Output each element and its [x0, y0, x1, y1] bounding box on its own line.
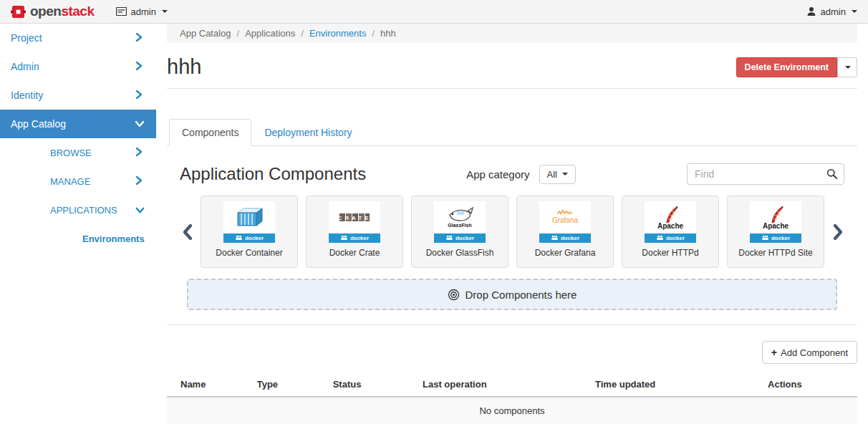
- docker-label: docker: [561, 235, 579, 241]
- find-search-box: [687, 163, 844, 185]
- chevron-down-icon: [852, 10, 857, 13]
- chevron-right-icon: [136, 90, 142, 101]
- plus-icon: [771, 347, 777, 358]
- tab-components[interactable]: Components: [169, 119, 251, 146]
- column-header-type: Type: [250, 372, 326, 397]
- docker-crate-logo: CRATE docker: [329, 201, 380, 243]
- component-card-label: Docker Container: [216, 248, 282, 258]
- sidebar-item-admin[interactable]: Admin: [0, 52, 156, 81]
- docker-label: docker: [245, 235, 264, 241]
- docker-whale-icon: [445, 235, 453, 241]
- breadcrumb-environments-link[interactable]: Environments: [309, 28, 380, 39]
- component-card-docker-glassfish[interactable]: GlassFish docker Docker GlassFish: [411, 196, 508, 268]
- add-component-button[interactable]: Add Component: [762, 341, 857, 364]
- sidebar-item-label: APPLICATIONS: [50, 205, 117, 216]
- docker-whale-icon: [235, 235, 243, 241]
- sidebar-item-project[interactable]: Project: [0, 24, 156, 52]
- chevron-right-icon: [136, 32, 142, 44]
- docker-whale-icon: [340, 235, 348, 241]
- chevron-right-icon: [136, 176, 142, 187]
- sidebar-item-label: Admin: [11, 61, 39, 72]
- component-card-label: Docker HTTPd Site: [738, 248, 812, 258]
- component-card-docker-httpd-site[interactable]: Apache docker Docker HTTPd Site: [727, 196, 824, 268]
- component-card-docker-crate[interactable]: CRATE docker Docker Crate: [306, 196, 403, 268]
- sidebar-item-label: BROWSE: [50, 148, 92, 158]
- components-table: Name Type Status Last operation Time upd…: [167, 372, 857, 424]
- sidebar-item-label: MANAGE: [50, 176, 90, 187]
- chevron-down-icon: [133, 121, 145, 127]
- brand-wordmark: openstack: [30, 4, 95, 19]
- app-category-dropdown[interactable]: All: [539, 165, 576, 184]
- column-header-last-operation: Last operation: [415, 372, 588, 397]
- docker-banner: docker: [539, 233, 591, 243]
- target-icon: [448, 289, 460, 301]
- svg-text:CRATE: CRATE: [338, 215, 372, 221]
- sidebar-nav: Project Admin Identity App Catalog BROWS…: [0, 24, 156, 424]
- sidebar-item-manage[interactable]: MANAGE: [0, 167, 156, 196]
- sidebar-item-app-catalog[interactable]: App Catalog: [0, 110, 156, 138]
- breadcrumb-current: hhh: [380, 28, 396, 39]
- carousel-next-button[interactable]: [831, 224, 845, 240]
- components-carousel: docker Docker Container: [180, 196, 844, 268]
- component-card-label: Docker Crate: [329, 248, 380, 258]
- tab-deployment-history[interactable]: Deployment History: [251, 119, 365, 146]
- openstack-logo[interactable]: openstack: [11, 4, 95, 19]
- sidebar-item-label: Project: [11, 32, 42, 44]
- component-cards: docker Docker Container: [201, 196, 824, 268]
- app-category-label: App category: [466, 168, 529, 180]
- component-card-label: Docker GlassFish: [426, 248, 494, 258]
- svg-text:Apache: Apache: [657, 222, 684, 230]
- table-header-row: Name Type Status Last operation Time upd…: [167, 372, 857, 397]
- add-component-label: Add Component: [781, 347, 848, 358]
- component-card-docker-httpd[interactable]: Apache docker Docker HTTPd: [622, 196, 719, 268]
- docker-label: docker: [771, 235, 790, 241]
- component-card-label: Docker HTTPd: [642, 248, 698, 258]
- page-title: hhh: [167, 55, 201, 79]
- docker-container-logo: docker: [223, 201, 275, 243]
- delete-environment-dropdown-toggle[interactable]: [837, 57, 857, 77]
- sidebar-item-environments[interactable]: Environments: [0, 224, 156, 253]
- docker-banner: docker: [329, 233, 380, 243]
- docker-whale-icon: [656, 235, 664, 241]
- openstack-cube-icon: [11, 4, 26, 19]
- sidebar-item-browse[interactable]: BROWSE: [0, 138, 156, 167]
- svg-text:Grafana: Grafana: [552, 216, 579, 224]
- top-navbar: openstack admin admin: [0, 0, 868, 24]
- column-header-time-updated: Time updated: [588, 372, 761, 397]
- delete-environment-button[interactable]: Delete Environment: [736, 57, 837, 77]
- user-name: admin: [821, 6, 846, 17]
- docker-banner: docker: [223, 233, 275, 243]
- tab-bar: Components Deployment History: [167, 119, 857, 146]
- docker-label: docker: [455, 235, 474, 241]
- components-tab-pane: Application Components App category All: [167, 146, 857, 310]
- search-icon[interactable]: [826, 168, 838, 182]
- breadcrumb-app-catalog: App Catalog: [180, 28, 245, 39]
- breadcrumb-applications: Applications: [245, 28, 309, 39]
- column-header-actions: Actions: [761, 372, 857, 397]
- user-menu[interactable]: admin: [806, 6, 857, 17]
- chevron-down-icon: [845, 66, 851, 69]
- drop-components-zone[interactable]: Drop Components here: [187, 279, 837, 310]
- component-card-docker-grafana[interactable]: Grafana docker Docker Grafana: [516, 196, 614, 268]
- component-card-docker-container[interactable]: docker Docker Container: [201, 196, 298, 268]
- docker-httpd-site-apache-logo: Apache docker: [750, 201, 801, 243]
- empty-table-message: No components: [167, 397, 857, 424]
- breadcrumb: App Catalog Applications Environments hh…: [167, 24, 857, 43]
- sidebar-item-identity[interactable]: Identity: [0, 81, 156, 110]
- chevron-down-icon: [162, 10, 168, 13]
- dropzone-text: Drop Components here: [466, 289, 577, 301]
- find-input[interactable]: [687, 163, 844, 185]
- chevron-down-icon: [134, 207, 145, 213]
- chevron-down-icon: [562, 173, 568, 175]
- docker-label: docker: [350, 235, 369, 241]
- project-context-switcher[interactable]: admin: [116, 6, 168, 17]
- chevron-right-icon: [136, 148, 142, 158]
- sidebar-item-applications[interactable]: APPLICATIONS: [0, 196, 156, 224]
- docker-whale-icon: [551, 235, 559, 241]
- docker-label: docker: [666, 235, 685, 241]
- carousel-prev-button[interactable]: [180, 224, 194, 240]
- sidebar-item-label: Identity: [11, 90, 43, 101]
- project-window-icon: [116, 7, 127, 16]
- column-header-name: Name: [167, 372, 250, 397]
- title-divider: [167, 88, 857, 89]
